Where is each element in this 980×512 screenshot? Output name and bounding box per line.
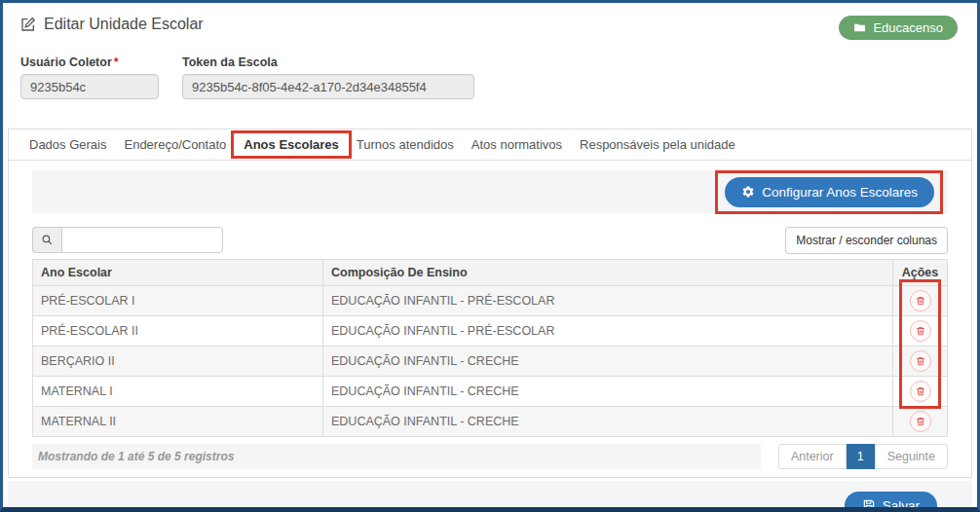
cell-composicao: EDUCAÇÃO INFANTIL - PRÉ-ESCOLAR [323, 316, 893, 347]
column-header-ano-escolar[interactable]: Ano Escolar [33, 260, 323, 286]
page-title-text: Editar Unidade Escolar [44, 16, 204, 33]
search-group [32, 227, 223, 253]
page-header: Editar Unidade Escolar Educacenso [3, 3, 977, 40]
trash-icon [916, 386, 925, 396]
records-info: Mostrando de 1 até 5 de 5 registros [32, 444, 761, 469]
cell-ano-escolar: MATERNAL II [33, 407, 323, 437]
gear-icon [741, 185, 755, 199]
tab-atos-normativos[interactable]: Atos normativos [463, 130, 571, 159]
usuario-coletor-field-group: Usuário Coletor* [20, 55, 159, 99]
toolbar: Configurar Anos Escolares [32, 170, 948, 213]
folder-icon [853, 21, 866, 34]
cell-ano-escolar: PRÉ-ESCOLAR I [33, 286, 323, 316]
pagination-next-button[interactable]: Seguinte [875, 444, 948, 469]
cell-composicao: EDUCAÇÃO INFANTIL - CRECHE [323, 377, 893, 407]
table-wrap: Ano Escolar Composição De Ensino Ações P… [32, 259, 948, 437]
search-addon [32, 227, 61, 253]
edit-icon [20, 17, 36, 32]
educacenso-button[interactable]: Educacenso [839, 16, 958, 40]
column-header-acoes: Ações [893, 260, 948, 286]
trash-icon [916, 356, 925, 366]
pagination: Anterior 1 Seguinte [778, 444, 948, 469]
table-row: PRÉ-ESCOLAR IEDUCAÇÃO INFANTIL - PRÉ-ESC… [33, 286, 948, 316]
pagination-page-1-button[interactable]: 1 [847, 444, 875, 469]
configurar-anos-escolares-button[interactable]: Configurar Anos Escolares [725, 177, 934, 207]
cell-ano-escolar: BERÇARIO II [33, 347, 323, 377]
tab-content-anos-escolares: Configurar Anos Escolares Mostrar / [9, 161, 971, 477]
cell-composicao: EDUCAÇÃO INFANTIL - PRÉ-ESCOLAR [323, 286, 893, 316]
footer-band: Salvar [8, 481, 972, 512]
table-controls: Mostrar / esconder colunas [32, 227, 948, 254]
form-row: Usuário Coletor* Token da Escola [3, 40, 977, 99]
table-body: PRÉ-ESCOLAR IEDUCAÇÃO INFANTIL - PRÉ-ESC… [33, 286, 948, 437]
anos-escolares-table: Ano Escolar Composição De Ensino Ações P… [32, 259, 948, 437]
token-escola-label: Token da Escola [182, 55, 474, 69]
tab-responsaveis[interactable]: Responsáveis pela unidade [571, 130, 744, 159]
tab-turnos-atendidos[interactable]: Turnos atendidos [348, 130, 463, 159]
usuario-coletor-label: Usuário Coletor* [20, 55, 159, 69]
table-footer: Mostrando de 1 até 5 de 5 registros Ante… [32, 444, 948, 469]
edit-school-unit-window: Editar Unidade Escolar Educacenso Usuári… [0, 0, 980, 512]
page-title: Editar Unidade Escolar [20, 16, 204, 33]
table-row: PRÉ-ESCOLAR IIEDUCAÇÃO INFANTIL - PRÉ-ES… [33, 316, 948, 347]
table-header-row: Ano Escolar Composição De Ensino Ações [33, 260, 948, 286]
trash-icon [916, 296, 925, 306]
tab-endereco-contato[interactable]: Endereço/Contato [115, 130, 235, 159]
table-row: MATERNAL IEDUCAÇÃO INFANTIL - CRECHE [33, 377, 948, 407]
trash-icon [916, 326, 925, 336]
cell-ano-escolar: MATERNAL I [33, 377, 323, 407]
search-icon [41, 234, 54, 246]
tab-bar: Dados Gerais Endereço/Contato Anos Escol… [9, 129, 971, 161]
usuario-coletor-input[interactable] [20, 74, 159, 99]
tab-panel: Dados Gerais Endereço/Contato Anos Escol… [8, 128, 972, 478]
table-row: BERÇARIO IIEDUCAÇÃO INFANTIL - CRECHE [33, 347, 948, 377]
cell-composicao: EDUCAÇÃO INFANTIL - CRECHE [323, 407, 893, 437]
pagination-previous-button[interactable]: Anterior [778, 444, 847, 469]
toggle-columns-button[interactable]: Mostrar / esconder colunas [785, 227, 948, 254]
cell-ano-escolar: PRÉ-ESCOLAR II [33, 316, 323, 347]
trash-icon [916, 417, 925, 426]
delete-row-button[interactable] [910, 320, 931, 342]
delete-row-button[interactable] [910, 290, 931, 311]
tab-dados-gerais[interactable]: Dados Gerais [20, 130, 115, 159]
save-button[interactable]: Salvar [845, 492, 937, 512]
cell-composicao: EDUCAÇÃO INFANTIL - CRECHE [323, 347, 893, 377]
tab-anos-escolares[interactable]: Anos Escolares [235, 130, 348, 159]
token-escola-input[interactable] [182, 74, 474, 99]
save-icon [862, 498, 876, 512]
column-header-composicao[interactable]: Composição De Ensino [323, 260, 893, 286]
delete-row-button[interactable] [910, 381, 931, 402]
table-row: MATERNAL IIEDUCAÇÃO INFANTIL - CRECHE [33, 407, 948, 437]
delete-row-button[interactable] [910, 411, 931, 432]
token-escola-field-group: Token da Escola [182, 55, 474, 99]
required-asterisk: * [114, 55, 119, 69]
search-input[interactable] [61, 227, 223, 253]
delete-row-button[interactable] [910, 350, 931, 372]
